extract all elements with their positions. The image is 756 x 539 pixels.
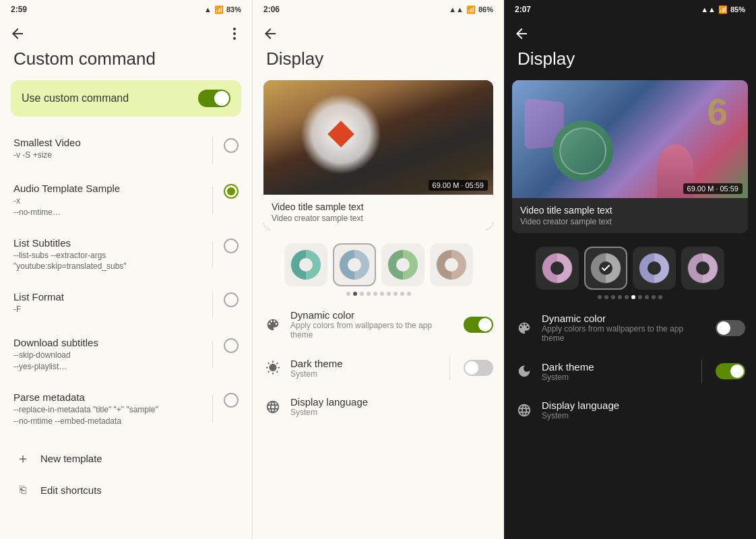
list-item[interactable]: List Format -F: [0, 282, 252, 327]
divider: [212, 341, 213, 368]
item-content: Parse metadata --replace-in-metadata "ti…: [13, 391, 201, 427]
radio-button-selected[interactable]: [224, 184, 239, 199]
video-title-light: Video title sample text: [272, 201, 485, 212]
svg-point-18: [696, 261, 710, 275]
dark-theme-toggle-dark[interactable]: [716, 363, 745, 379]
item-title: Audio Template Sample: [13, 183, 201, 194]
dark-theme-row[interactable]: Dark theme System: [253, 348, 504, 388]
swatch-mauve[interactable]: [681, 247, 724, 290]
pagination-dots-dark: [504, 290, 756, 302]
item-content: List Subtitles --list-subs --extractor-a…: [13, 237, 201, 273]
item-title: Download subtitles: [13, 337, 201, 348]
dynamic-color-row-dark[interactable]: Dynamic color Apply colors from wallpape…: [504, 305, 756, 351]
divider: [212, 137, 213, 164]
svg-point-1: [233, 32, 236, 35]
top-bar-2: [253, 19, 504, 49]
item-subtitle: --skip-download--yes-playlist…: [13, 350, 201, 373]
item-subtitle: -F: [13, 304, 201, 315]
video-card-light: 69.00 M · 05:59 Video title sample text …: [263, 80, 493, 230]
swatch-blue[interactable]: [333, 243, 376, 286]
dark-inner-circle: [559, 127, 606, 175]
radio-button[interactable]: [224, 138, 239, 153]
status-bar-2: 2:06 ▲▲ 📶 86%: [253, 0, 504, 19]
swatch-green[interactable]: [381, 243, 424, 286]
swatch-lavender[interactable]: [633, 247, 676, 290]
swatch-rose[interactable]: [430, 243, 473, 286]
battery-1: 83%: [226, 5, 241, 13]
swatch-teal[interactable]: [284, 243, 327, 286]
swatch-gray-selected[interactable]: [584, 247, 627, 290]
dynamic-color-row[interactable]: Dynamic color Apply colors from wallpape…: [253, 301, 504, 348]
dot-d5: [625, 295, 629, 299]
page-title-1: Custom command: [0, 49, 252, 80]
swatch-purple[interactable]: [536, 247, 579, 290]
time-1: 2:59: [11, 5, 27, 14]
back-button-1[interactable]: [5, 22, 30, 46]
palette-icon-dark: [515, 319, 534, 338]
dot-d1: [598, 295, 602, 299]
list-item[interactable]: Parse metadata --replace-in-metadata "ti…: [0, 382, 252, 437]
display-settings-light: Dynamic color Apply colors from wallpape…: [253, 298, 504, 428]
video-thumbnail-light: 69.00 M · 05:59: [263, 80, 493, 195]
list-item[interactable]: Download subtitles --skip-download--yes-…: [0, 327, 252, 382]
dot-d6: [631, 295, 635, 299]
radio-button[interactable]: [224, 338, 239, 353]
page-title-3: Display: [504, 49, 756, 80]
dynamic-color-title: Dynamic color: [290, 309, 455, 321]
edit-shortcuts-button[interactable]: ⎗ Edit shortcuts: [13, 476, 239, 504]
dynamic-color-title-dark: Dynamic color: [542, 313, 707, 324]
item-subtitle: -x--no-mtime…: [13, 195, 201, 218]
dot-6: [380, 292, 384, 296]
dynamic-color-subtitle-dark: Apply colors from wallpapers to the app …: [542, 324, 707, 343]
new-template-button[interactable]: ＋ New template: [13, 441, 239, 476]
svg-point-4: [299, 258, 313, 272]
battery-2: 86%: [478, 5, 493, 13]
diamond-shape: [327, 121, 354, 148]
radio-button[interactable]: [224, 292, 239, 307]
color-swatches-dark: [504, 241, 756, 290]
item-subtitle: -v -S +size: [13, 150, 201, 161]
display-language-row[interactable]: Display language System: [253, 388, 504, 425]
dark-theme-row-dark[interactable]: Dark theme System: [504, 351, 756, 391]
moon-icon: [515, 362, 534, 381]
dynamic-color-toggle-dark[interactable]: [716, 320, 745, 336]
dynamic-color-toggle[interactable]: [464, 317, 493, 333]
panel-display-light: 2:06 ▲▲ 📶 86% Display 6: [252, 0, 504, 539]
top-bar-1: [0, 19, 252, 49]
divider: [212, 395, 213, 422]
bottom-actions: ＋ New template ⎗ Edit shortcuts: [0, 436, 252, 509]
wifi-icon: 📶: [214, 5, 224, 14]
edit-shortcuts-label: Edit shortcuts: [40, 484, 102, 496]
back-button-2[interactable]: [258, 22, 282, 46]
list-item[interactable]: Audio Template Sample -x--no-mtime…: [0, 173, 252, 228]
video-title-dark: Video title sample text: [520, 205, 740, 216]
svg-point-8: [396, 258, 410, 272]
list-item[interactable]: List Subtitles --list-subs --extractor-a…: [0, 228, 252, 282]
dynamic-color-text: Dynamic color Apply colors from wallpape…: [290, 309, 455, 340]
dot-8: [393, 292, 398, 296]
shortcuts-icon: ⎗: [13, 484, 32, 496]
custom-command-toggle[interactable]: [198, 90, 230, 107]
display-scroll-dark: 6 69.00 M · 05:59 Video title sample tex…: [504, 80, 756, 539]
status-bar-3: 2:07 ▲▲ 📶 85%: [504, 0, 756, 19]
list-item[interactable]: Smallest Video -v -S +size: [0, 127, 252, 173]
more-button[interactable]: [222, 22, 247, 46]
video-creator-light: Video creator sample text: [272, 214, 485, 223]
globe-icon: [263, 398, 282, 416]
dot-10: [407, 292, 411, 296]
dot-d7: [638, 295, 642, 299]
thumbnail-art-dark: 6: [512, 80, 748, 198]
video-info-light: Video title sample text Video creator sa…: [263, 195, 493, 230]
templates-list: Smallest Video -v -S +size Audio Templat…: [0, 127, 252, 539]
use-custom-command-toggle-row[interactable]: Use custom command: [11, 80, 241, 117]
radio-button[interactable]: [224, 393, 239, 408]
radio-button[interactable]: [224, 239, 239, 253]
color-swatches-light: [253, 238, 504, 286]
back-button-3[interactable]: [509, 22, 534, 46]
display-language-row-dark[interactable]: Display language System: [504, 391, 756, 429]
dark-shape-2: [553, 121, 613, 181]
status-icons-2: ▲▲ 📶 86%: [449, 5, 493, 14]
divider: [212, 187, 213, 214]
battery-3: 85%: [730, 5, 745, 13]
dark-theme-toggle[interactable]: [464, 360, 493, 376]
